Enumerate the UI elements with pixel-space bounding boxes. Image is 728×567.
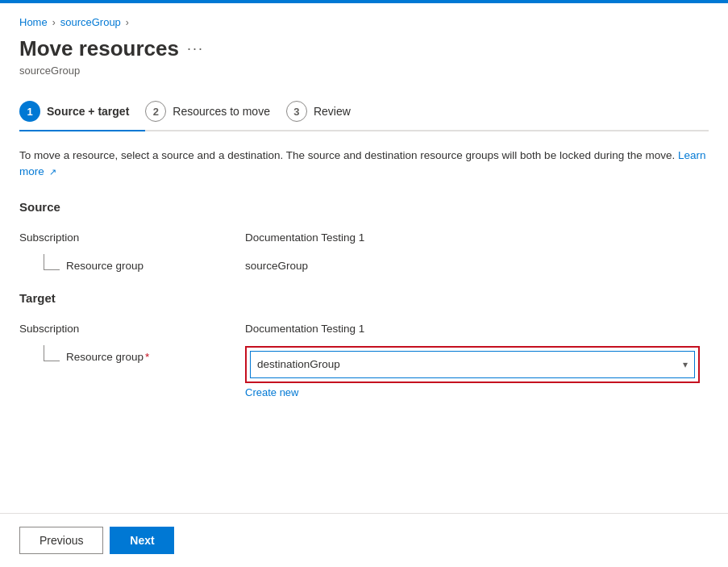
source-subscription-value: Documentation Testing 1 — [245, 227, 364, 244]
source-resource-group-value: sourceGroup — [245, 255, 308, 272]
target-header: Target — [19, 291, 709, 305]
target-indent-line — [44, 345, 60, 361]
step-review[interactable]: 3 Review — [286, 93, 367, 130]
step-resources-to-move[interactable]: 2 Resources to move — [145, 93, 286, 130]
page-title-row: Move resources ··· — [19, 36, 709, 61]
create-new-link[interactable]: Create new — [245, 386, 700, 398]
target-subscription-label: Subscription — [19, 318, 245, 335]
step-3-label: Review — [314, 105, 351, 118]
step-1-label: Source + target — [47, 105, 129, 118]
external-link-icon: ↗ — [49, 167, 56, 177]
step-2-label: Resources to move — [173, 105, 270, 118]
breadcrumb-source-group[interactable]: sourceGroup — [60, 16, 121, 28]
target-subscription-value: Documentation Testing 1 — [245, 318, 364, 335]
source-subscription-row: Subscription Documentation Testing 1 — [19, 227, 709, 244]
required-star: * — [145, 351, 149, 363]
step-1-circle: 1 — [19, 101, 40, 122]
step-3-circle: 3 — [286, 101, 307, 122]
breadcrumb-sep1: › — [52, 17, 56, 28]
resource-group-input[interactable] — [257, 358, 683, 370]
source-subscription-label: Subscription — [19, 227, 245, 244]
next-button[interactable]: Next — [110, 527, 174, 554]
source-resource-group-row: Resource group sourceGroup — [19, 255, 709, 272]
target-resource-group-row: Resource group * ▾ Create new — [19, 346, 709, 398]
page-subtitle: sourceGroup — [19, 65, 709, 77]
target-subscription-row: Subscription Documentation Testing 1 — [19, 318, 709, 335]
more-options-icon[interactable]: ··· — [187, 40, 204, 57]
target-resource-group-label: Resource group * — [19, 346, 245, 363]
description-text: To move a resource, select a source and … — [19, 148, 709, 181]
source-section: Source Subscription Documentation Testin… — [19, 200, 709, 272]
source-resource-group-label: Resource group — [19, 255, 245, 272]
dropdown-error-border: ▾ — [245, 346, 700, 383]
dropdown-field[interactable]: ▾ — [250, 351, 695, 378]
breadcrumb: Home › sourceGroup › — [19, 16, 709, 28]
page-title: Move resources — [19, 36, 179, 61]
breadcrumb-sep2: › — [126, 17, 129, 28]
steps-nav: 1 Source + target 2 Resources to move 3 … — [19, 93, 709, 131]
source-header: Source — [19, 200, 709, 214]
previous-button[interactable]: Previous — [19, 527, 103, 554]
step-2-circle: 2 — [145, 101, 166, 122]
breadcrumb-home[interactable]: Home — [19, 16, 48, 28]
indent-line — [44, 254, 60, 270]
target-section: Target Subscription Documentation Testin… — [19, 291, 709, 398]
dropdown-chevron-icon: ▾ — [683, 359, 688, 370]
resource-group-dropdown-container: ▾ Create new — [245, 346, 700, 398]
step-source-target[interactable]: 1 Source + target — [19, 93, 145, 131]
footer: Previous Next — [0, 513, 728, 567]
